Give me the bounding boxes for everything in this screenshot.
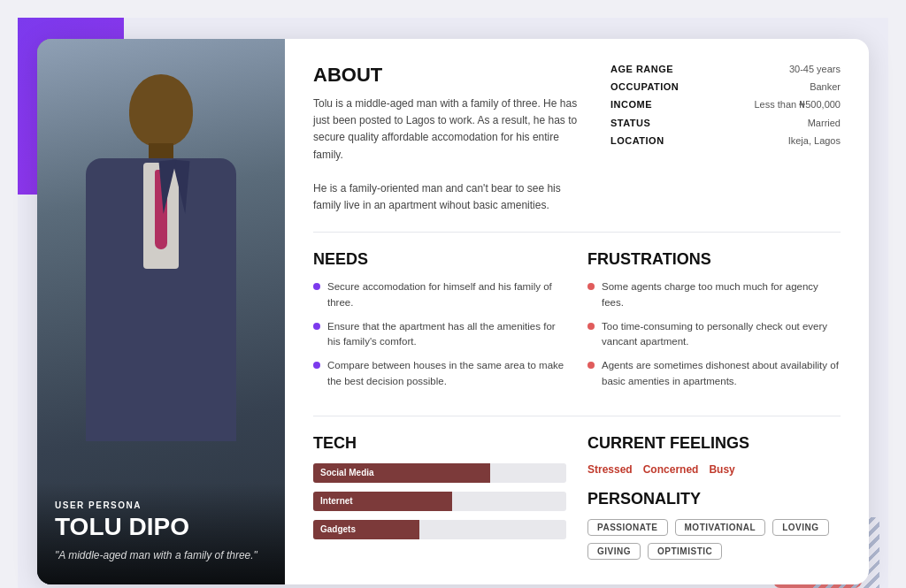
about-left: ABOUT Tolu is a middle-aged man with a f… xyxy=(313,64,589,214)
needs-frustrations-section: NEEDS Secure accomodation for himself an… xyxy=(313,250,841,416)
stat-value: Less than ₦500,000 xyxy=(693,99,841,111)
stat-label: OCCUPATION xyxy=(610,81,679,92)
bullet-dot-icon xyxy=(313,362,320,369)
list-item: Secure accomodation for himself and his … xyxy=(313,279,566,310)
frustrations-title: FRUSTRATIONS xyxy=(587,250,841,269)
needs-title: NEEDS xyxy=(313,250,566,269)
frustration-text: Agents are sometimes dishonest about ava… xyxy=(602,358,841,389)
bullet-dot-icon xyxy=(587,323,595,330)
frustrations-list: Some agents charge too much much for age… xyxy=(587,279,841,389)
stat-value: 30-45 years xyxy=(693,64,841,74)
stat-value: Married xyxy=(693,118,841,128)
frustration-text: Too time-consuming to personally check o… xyxy=(602,319,841,350)
tech-section: TECH Social MediaInternetGadgets xyxy=(313,434,566,560)
feelings-list: StressedConcernedBusy xyxy=(587,463,841,476)
about-title: ABOUT xyxy=(313,64,589,87)
bullet-dot-icon xyxy=(313,283,320,290)
personality-tag: PASSIONATE xyxy=(587,519,668,536)
needs-list: Secure accomodation for himself and his … xyxy=(313,279,566,389)
feelings-personality-section: CURRENT FEELINGS StressedConcernedBusy P… xyxy=(587,434,841,560)
feeling-tag: Stressed xyxy=(587,463,633,476)
tech-bar-track: Gadgets xyxy=(313,520,566,539)
tech-title: TECH xyxy=(313,434,566,453)
list-item: Compare between houses in the same area … xyxy=(313,358,566,389)
stat-label: AGE RANGE xyxy=(610,64,679,74)
persona-name: TOLU DIPO xyxy=(55,514,267,541)
frustrations-section: FRUSTRATIONS Some agents charge too much… xyxy=(587,250,841,398)
need-text: Secure accomodation for himself and his … xyxy=(327,279,566,310)
personality-tag: MOTIVATIONAL xyxy=(675,519,766,536)
page-wrapper: USER PERSONA TOLU DIPO "A middle-aged ma… xyxy=(18,18,888,588)
need-text: Compare between houses in the same area … xyxy=(327,358,566,389)
tech-bar-item: Social Media xyxy=(313,463,566,483)
stat-value: Banker xyxy=(693,81,841,92)
about-description: Tolu is a middle-aged man with a family … xyxy=(313,95,589,214)
tech-bar-item: Internet xyxy=(313,492,566,511)
list-item: Too time-consuming to personally check o… xyxy=(587,319,841,350)
need-text: Ensure that the apartment has all the am… xyxy=(327,319,566,350)
tech-bar-track: Internet xyxy=(313,492,566,511)
left-panel: USER PERSONA TOLU DIPO "A middle-aged ma… xyxy=(37,39,285,584)
about-section: ABOUT Tolu is a middle-aged man with a f… xyxy=(313,64,841,233)
feelings-title: CURRENT FEELINGS xyxy=(587,434,841,453)
about-stats: AGE RANGE30-45 yearsOCCUPATIONBankerINCO… xyxy=(610,64,841,214)
bullet-dot-icon xyxy=(587,283,595,290)
feeling-tag: Busy xyxy=(709,463,734,476)
frustration-text: Some agents charge too much much for age… xyxy=(602,279,841,310)
about-text-1: Tolu is a middle-aged man with a family … xyxy=(313,97,577,161)
tech-bar-fill: Social Media xyxy=(313,463,490,483)
personality-tag: LOVING xyxy=(772,519,828,536)
tech-bar-label: Gadgets xyxy=(313,524,356,534)
tech-bar-fill: Internet xyxy=(313,492,452,511)
persona-label: USER PERSONA xyxy=(55,500,267,510)
persona-quote: "A middle-aged man with a family of thre… xyxy=(55,548,267,563)
tech-bar-label: Internet xyxy=(313,496,353,506)
list-item: Ensure that the apartment has all the am… xyxy=(313,319,566,350)
tech-bar-label: Social Media xyxy=(313,468,374,477)
about-text-2: He is a family-oriented man and can't be… xyxy=(313,182,561,211)
personality-tags: PASSIONATEMOTIVATIONALLOVINGGIVINGOPTIMI… xyxy=(587,519,841,560)
list-item: Some agents charge too much much for age… xyxy=(587,279,841,310)
personality-tag: OPTIMISTIC xyxy=(648,543,722,560)
stat-label: INCOME xyxy=(610,99,679,110)
tech-feelings-section: TECH Social MediaInternetGadgets CURRENT… xyxy=(313,434,841,560)
stats-grid: AGE RANGE30-45 yearsOCCUPATIONBankerINCO… xyxy=(610,64,841,146)
tech-bar-fill: Gadgets xyxy=(313,520,419,539)
personality-title: PERSONALITY xyxy=(587,490,841,508)
bullet-dot-icon xyxy=(587,362,595,369)
feeling-tag: Concerned xyxy=(643,463,699,476)
persona-card: USER PERSONA TOLU DIPO "A middle-aged ma… xyxy=(37,39,869,584)
right-panel: ABOUT Tolu is a middle-aged man with a f… xyxy=(285,39,869,584)
needs-section: NEEDS Secure accomodation for himself an… xyxy=(313,250,566,398)
bullet-dot-icon xyxy=(313,323,320,330)
stat-label: LOCATION xyxy=(610,135,679,146)
stat-value: Ikeja, Lagos xyxy=(693,135,841,146)
tech-bar-item: Gadgets xyxy=(313,520,566,539)
tech-bars: Social MediaInternetGadgets xyxy=(313,463,566,539)
list-item: Agents are sometimes dishonest about ava… xyxy=(587,358,841,389)
left-overlay: USER PERSONA TOLU DIPO "A middle-aged ma… xyxy=(37,483,285,584)
tech-bar-track: Social Media xyxy=(313,463,566,483)
personality-tag: GIVING xyxy=(587,543,641,560)
stat-label: STATUS xyxy=(610,118,679,128)
